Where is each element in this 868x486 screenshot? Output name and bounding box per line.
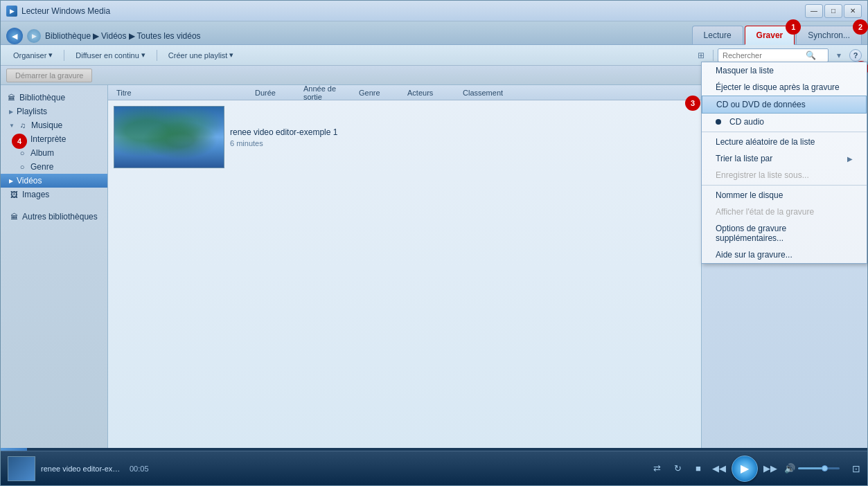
start-burn-button[interactable]: Démarrer la gravure: [6, 69, 92, 82]
creer-arrow: ▾: [229, 51, 233, 60]
genre-icon: ○: [17, 162, 27, 172]
sidebar-item-bibliotheque[interactable]: 🏛 Bibliothèque: [1, 91, 107, 105]
main-area: 🏛 Bibliothèque ▶ Playlists ▼ ♫ Musique ○…: [1, 85, 867, 451]
sidebar-bibliotheque-label: Bibliothèque: [19, 93, 65, 102]
sidebar-item-playlists[interactable]: ▶ Playlists: [1, 105, 107, 118]
next-icon: ▶▶: [763, 463, 777, 474]
col-header-duration: Durée: [252, 89, 301, 97]
ctx-submenu-arrow: ▶: [847, 155, 853, 163]
musique-triangle: ▼: [9, 123, 15, 129]
player-wrapper: renee video editor-exemple 1 00:05 ⇄ ↻ ■…: [1, 451, 867, 485]
ctx-cd-dvd[interactable]: CD ou DVD de données: [702, 96, 867, 114]
ctx-aleatoire[interactable]: Lecture aléatoire de la liste: [702, 134, 867, 150]
player-bar: renee video editor-exemple 1 00:05 ⇄ ↻ ■…: [1, 451, 867, 485]
ctx-radio-icon: [716, 119, 721, 125]
prev-icon: ◀◀: [712, 463, 726, 474]
ctx-ejecter[interactable]: Éjecter le disque après la gravure: [702, 85, 867, 96]
sidebar-item-images[interactable]: 🖼 Images: [1, 188, 107, 201]
video-list: renee video editor-exemple 1 6 minutes: [108, 100, 701, 451]
help-button[interactable]: ?: [849, 49, 862, 62]
ctx-trier[interactable]: Trier la liste par ▶: [702, 150, 867, 167]
ctx-sep-1: [702, 132, 867, 132]
sidebar-videos-label: Vidéos: [17, 176, 42, 186]
search-input[interactable]: [723, 51, 806, 60]
repeat-icon: ↻: [674, 463, 682, 474]
library-icon: 🏛: [6, 93, 16, 102]
autres-icon: 🏛: [9, 212, 19, 222]
stop-button[interactable]: ■: [690, 460, 707, 477]
breadcrumb-sep2: ▶: [129, 31, 135, 41]
video-duration: 6 minutes: [230, 139, 337, 147]
ctx-sep-2: [702, 185, 867, 186]
badge-3: 3: [685, 96, 700, 111]
sidebar-item-genre[interactable]: ○ Genre: [1, 160, 107, 174]
sidebar-spacer: [1, 201, 107, 210]
app-icon: ▶: [6, 6, 17, 17]
sidebar-images-label: Images: [22, 190, 49, 199]
table-row[interactable]: renee video editor-exemple 1 6 minutes: [111, 103, 698, 171]
prev-button[interactable]: ◀◀: [711, 460, 727, 477]
forward-button[interactable]: ▶: [27, 29, 41, 43]
sidebar-item-musique[interactable]: ▼ ♫ Musique: [1, 118, 107, 132]
video-thumbnail: [114, 106, 224, 168]
diffuser-button[interactable]: Diffuser en continu ▾: [69, 48, 152, 62]
sidebar-album-label: Album: [30, 148, 54, 158]
tab-lecture[interactable]: Lecture: [692, 26, 743, 44]
nav-tabs: Lecture Graver 1 Synchron... 2: [692, 26, 862, 44]
ctx-cd-audio[interactable]: CD audio: [702, 114, 867, 130]
minimize-button[interactable]: —: [805, 4, 823, 18]
music-icon: ♫: [18, 120, 28, 130]
context-menu: Masquer la liste Éjecter le disque après…: [701, 85, 867, 264]
repeat-button[interactable]: ↻: [669, 460, 686, 477]
ctx-options[interactable]: Options de gravure supplémentaires...: [702, 220, 867, 246]
video-info: renee video editor-exemple 1 6 minutes: [230, 127, 337, 147]
sidebar-item-autres[interactable]: 🏛 Autres bibliothèques: [1, 210, 107, 224]
col-header-title: Titre: [114, 89, 252, 97]
ctx-enregistrer: Enregistrer la liste sous...: [702, 167, 867, 183]
player-title: renee video editor-exemple 1: [41, 465, 124, 473]
play-button[interactable]: ▶: [732, 456, 758, 482]
titlebar: ▶ Lecteur Windows Media — □ ✕: [1, 1, 867, 21]
window-title: Lecteur Windows Media: [21, 6, 805, 16]
volume-icon: 🔊: [784, 463, 795, 474]
fullscreen-button[interactable]: ⊡: [852, 463, 860, 474]
col-header-genre: Genre: [356, 89, 405, 97]
volume-thumb: [822, 465, 828, 471]
player-progress-fill: [1, 448, 27, 451]
ctx-nommer[interactable]: Nommer le disque: [702, 187, 867, 204]
search-dropdown-button[interactable]: ▾: [831, 48, 847, 63]
tab-graver[interactable]: Graver 1: [745, 26, 795, 44]
video-title: renee video editor-exemple 1: [230, 127, 337, 137]
organiser-arrow: ▾: [48, 51, 53, 60]
sidebar-musique-label: Musique: [31, 120, 62, 130]
col-header-rating: Classement: [460, 89, 508, 97]
badge-2: 2: [853, 19, 868, 35]
volume-slider[interactable]: [798, 467, 840, 469]
toolbar-sep-1: [64, 50, 64, 61]
badge-4: 4: [12, 134, 27, 149]
organiser-button[interactable]: Organiser ▾: [6, 48, 60, 62]
creer-button[interactable]: Créer une playlist ▾: [161, 48, 241, 62]
sidebar-item-videos[interactable]: ▶ Vidéos: [1, 174, 107, 188]
breadcrumb-all[interactable]: Toutes les vidéos: [137, 31, 201, 41]
col-header-actors: Acteurs: [405, 89, 460, 97]
close-button[interactable]: ✕: [844, 4, 862, 18]
player-progress: [1, 448, 867, 451]
column-headers: Titre Durée Année de sortie Genre Acteur…: [108, 85, 701, 100]
shuffle-button[interactable]: ⇄: [648, 460, 665, 477]
next-button[interactable]: ▶▶: [762, 460, 779, 477]
back-button[interactable]: ◀: [6, 28, 23, 44]
shuffle-icon: ⇄: [653, 463, 661, 474]
breadcrumb: Bibliothèque ▶ Vidéos ▶ Toutes les vidéo…: [45, 31, 201, 41]
maximize-button[interactable]: □: [824, 4, 842, 18]
search-icon[interactable]: 🔍: [806, 51, 816, 60]
ctx-aide[interactable]: Aide sur la gravure...: [702, 246, 867, 263]
view-toggle-button[interactable]: ⊞: [693, 48, 709, 63]
player-volume: 🔊: [784, 463, 840, 474]
breadcrumb-library[interactable]: Bibliothèque: [45, 31, 91, 41]
content-area: Titre Durée Année de sortie Genre Acteur…: [108, 85, 701, 451]
breadcrumb-videos[interactable]: Vidéos: [101, 31, 126, 41]
diffuser-arrow: ▾: [141, 51, 145, 60]
tab-synchron[interactable]: Synchron... 2: [796, 26, 862, 44]
player-thumbnail: [8, 456, 35, 481]
